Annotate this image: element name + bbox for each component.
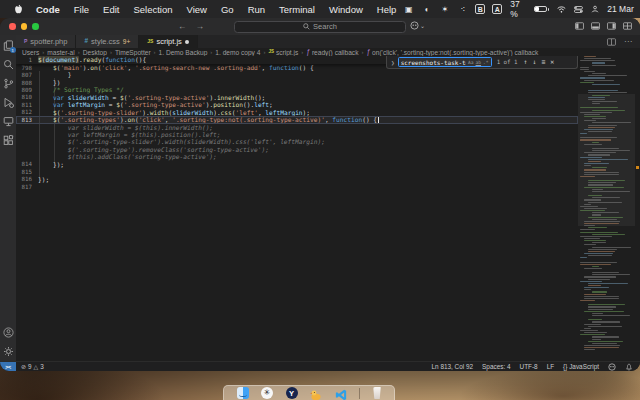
search-icon[interactable] bbox=[3, 59, 14, 70]
problems-indicator[interactable]: ⊘ 9 △ 3 bbox=[21, 363, 44, 370]
remote-indicator[interactable]: >< bbox=[0, 362, 16, 371]
code-line-808[interactable]: 808 }) bbox=[16, 79, 578, 86]
code-line-810[interactable]: 810 var sliderWidth = $('.sorting-type-a… bbox=[16, 94, 578, 101]
menu-go[interactable]: Go bbox=[214, 4, 241, 15]
match-case-toggle[interactable]: Aa bbox=[468, 60, 474, 65]
explorer-icon[interactable]: 1 bbox=[3, 40, 14, 51]
code-line-807[interactable]: 807 } bbox=[16, 71, 578, 78]
settings-gear-icon[interactable] bbox=[3, 346, 14, 357]
shield-icon[interactable]: ◐ bbox=[421, 4, 432, 15]
wifi-icon[interactable] bbox=[557, 5, 566, 14]
code-line-809[interactable]: 809 /* Sorting Types */ bbox=[16, 86, 578, 93]
control-center-icon[interactable] bbox=[574, 5, 583, 14]
chatgpt-dock-icon[interactable]: ✳ bbox=[261, 387, 273, 399]
menubar-date[interactable]: 21 Mar bbox=[607, 4, 633, 14]
asterisk-icon[interactable]: ✶ bbox=[439, 4, 450, 15]
menu-run[interactable]: Run bbox=[241, 4, 272, 15]
breadcrumb-item[interactable]: Users bbox=[22, 49, 39, 56]
sticky-code-line[interactable]: 1$(document).ready(function(){ bbox=[16, 56, 146, 63]
menu-terminal[interactable]: Terminal bbox=[272, 4, 322, 15]
duck-dock-icon[interactable] bbox=[310, 387, 322, 399]
menu-selection[interactable]: Selection bbox=[126, 4, 179, 15]
input-a-icon[interactable]: A bbox=[492, 4, 502, 14]
customize-layout-icon[interactable] bbox=[623, 22, 632, 30]
code-line-814[interactable]: 814 }); bbox=[16, 161, 578, 168]
split-editor-icon[interactable] bbox=[607, 38, 616, 46]
whole-word-toggle[interactable]: ab bbox=[476, 60, 482, 65]
battery-icon[interactable] bbox=[534, 6, 550, 13]
code-line-812[interactable]: 812 $('.sorting-type-slider').width(slid… bbox=[16, 109, 578, 116]
find-expand-chevron-icon[interactable]: ❯ bbox=[391, 59, 395, 66]
close-find-icon[interactable]: ✕ bbox=[549, 59, 555, 66]
user-switch-icon[interactable] bbox=[591, 4, 599, 14]
run-debug-icon[interactable] bbox=[3, 97, 14, 108]
encoding-setting[interactable]: UTF-8 bbox=[520, 363, 538, 370]
menu-window[interactable]: Window bbox=[322, 4, 370, 15]
zoom-window-button[interactable] bbox=[32, 23, 39, 30]
display-icon[interactable]: ▣ bbox=[403, 4, 414, 15]
breadcrumb-item[interactable]: 1. demo copy 4 bbox=[215, 49, 260, 56]
menu-app-name[interactable]: Code bbox=[29, 4, 67, 15]
minimize-window-button[interactable] bbox=[21, 23, 28, 30]
code-line-816[interactable]: 816}); bbox=[16, 176, 578, 183]
breadcrumb-item[interactable]: TimeSpotter bbox=[115, 49, 151, 56]
find-in-selection-icon[interactable]: ≡ bbox=[540, 59, 546, 66]
tab-style-css[interactable]: #style.css9+ bbox=[76, 35, 139, 48]
notifications-bell-icon[interactable] bbox=[625, 363, 633, 371]
breadcrumb-item[interactable]: ƒon('click', '.sorting-type:not(.sorting… bbox=[366, 49, 538, 56]
tab-script-js[interactable]: JSscript.js bbox=[139, 35, 198, 48]
source-control-icon[interactable] bbox=[3, 78, 14, 89]
breadcrumb-item[interactable]: 1. Demo Backup bbox=[159, 49, 208, 56]
find-previous-icon[interactable]: ↑ bbox=[523, 59, 529, 66]
toggle-panel-icon[interactable] bbox=[591, 22, 600, 30]
ghost-suggestion-line[interactable]: $('.sorting-type').removeClass('sorting-… bbox=[16, 146, 578, 153]
breadcrumb-item[interactable]: JSscript.js bbox=[268, 49, 298, 56]
menu-help[interactable]: Help bbox=[370, 4, 404, 15]
code-line-817[interactable]: 817 bbox=[16, 183, 578, 190]
vscode-dock-icon[interactable] bbox=[335, 387, 347, 399]
tab-spotter-php[interactable]: Pspotter.php bbox=[16, 35, 76, 48]
ghost-suggestion-line[interactable]: $(this).addClass('sorting-type-active'); bbox=[16, 153, 578, 160]
ghost-suggestion-line[interactable]: var leftMargin = $(this).position().left… bbox=[16, 131, 578, 138]
cursor-position[interactable]: Ln 813, Col 92 bbox=[432, 363, 474, 370]
regex-toggle[interactable]: .* bbox=[483, 60, 489, 65]
breadcrumb-item[interactable]: master-al bbox=[47, 49, 74, 56]
toggle-secondary-sidebar-icon[interactable] bbox=[607, 22, 616, 30]
menu-view[interactable]: View bbox=[180, 4, 214, 15]
trash-dock-icon[interactable] bbox=[373, 387, 382, 399]
more-actions-icon[interactable]: ⋯ bbox=[624, 37, 632, 46]
y-browser-dock-icon[interactable]: Y bbox=[286, 387, 298, 399]
remote-explorer-icon[interactable] bbox=[3, 116, 14, 127]
language-mode[interactable]: {} JavaScript bbox=[563, 363, 599, 370]
code-line-815[interactable]: 815 bbox=[16, 168, 578, 175]
ghost-suggestion-line[interactable]: var sliderWidth = $(this).innerWidth(); bbox=[16, 124, 578, 131]
menu-edit[interactable]: Edit bbox=[96, 4, 126, 15]
copilot-status-icon[interactable] bbox=[608, 363, 616, 371]
code-editor[interactable]: 1$(document).ready(function(){ 798 $('ma… bbox=[16, 56, 640, 361]
breadcrumb-item[interactable]: Desktop bbox=[83, 49, 107, 56]
code-line-811[interactable]: 811 var leftMargin = $('.sorting-type-ac… bbox=[16, 101, 578, 108]
paw-icon[interactable]: ⁖ bbox=[457, 4, 468, 15]
copilot-menu-button[interactable]: ⌄ bbox=[410, 21, 425, 30]
navigate-back-icon[interactable]: ← bbox=[178, 21, 187, 31]
breadcrumb-item[interactable]: ƒready() callback bbox=[306, 49, 358, 56]
apple-menu[interactable] bbox=[8, 4, 29, 15]
navigate-forward-icon[interactable]: → bbox=[196, 21, 205, 31]
finder-dock-icon[interactable] bbox=[237, 387, 249, 399]
ghost-suggestion-line[interactable]: $('.sorting-type-slider').width(sliderWi… bbox=[16, 138, 578, 145]
minimap[interactable] bbox=[578, 56, 635, 361]
extensions-icon[interactable] bbox=[3, 135, 14, 146]
command-center-search[interactable]: Search bbox=[234, 21, 406, 33]
find-input[interactable]: screenshots-task-text Aa ab .* bbox=[398, 57, 492, 67]
indentation-setting[interactable]: Spaces: 4 bbox=[482, 363, 510, 370]
eol-setting[interactable]: LF bbox=[547, 363, 554, 370]
find-next-icon[interactable]: ↓ bbox=[532, 59, 538, 66]
overview-ruler[interactable] bbox=[635, 56, 640, 361]
toggle-primary-sidebar-icon[interactable] bbox=[575, 22, 584, 30]
code-line-813[interactable]: 813 $('.sorting-types').on('click', '.so… bbox=[16, 116, 578, 123]
close-window-button[interactable] bbox=[9, 23, 16, 30]
menu-file[interactable]: File bbox=[67, 4, 96, 15]
input-b-icon[interactable]: B bbox=[475, 4, 485, 14]
window-titlebar[interactable]: ← → Search ⌄ bbox=[0, 18, 640, 35]
accounts-icon[interactable] bbox=[3, 327, 14, 338]
